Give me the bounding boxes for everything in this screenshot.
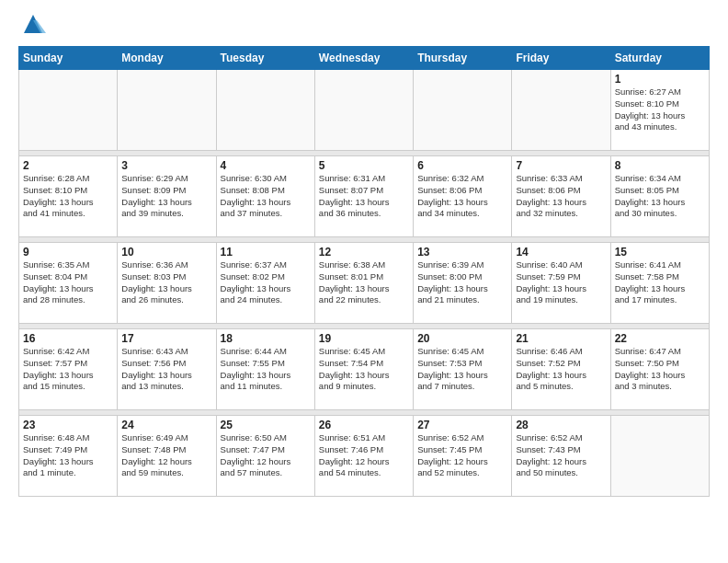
calendar-cell [19, 70, 118, 151]
calendar-cell: 5Sunrise: 6:31 AM Sunset: 8:07 PM Daylig… [314, 156, 413, 237]
calendar-week-row: 9Sunrise: 6:35 AM Sunset: 8:04 PM Daylig… [19, 243, 710, 324]
day-info: Sunrise: 6:31 AM Sunset: 8:07 PM Dayligh… [319, 173, 409, 220]
calendar-cell: 18Sunrise: 6:44 AM Sunset: 7:55 PM Dayli… [216, 329, 314, 410]
day-number: 26 [319, 419, 409, 431]
day-number: 4 [221, 159, 311, 172]
calendar-cell [118, 70, 216, 151]
day-info: Sunrise: 6:36 AM Sunset: 8:03 PM Dayligh… [121, 259, 211, 306]
calendar-cell: 28Sunrise: 6:52 AM Sunset: 7:43 PM Dayli… [512, 416, 610, 497]
day-info: Sunrise: 6:35 AM Sunset: 8:04 PM Dayligh… [23, 259, 113, 306]
calendar-table: SundayMondayTuesdayWednesdayThursdayFrid… [18, 46, 710, 497]
calendar-cell: 14Sunrise: 6:40 AM Sunset: 7:59 PM Dayli… [512, 243, 610, 324]
day-info: Sunrise: 6:33 AM Sunset: 8:06 PM Dayligh… [516, 173, 606, 220]
calendar-week-row: 16Sunrise: 6:42 AM Sunset: 7:57 PM Dayli… [19, 329, 710, 410]
calendar-week-row: 1Sunrise: 6:27 AM Sunset: 8:10 PM Daylig… [19, 70, 710, 151]
calendar-cell: 22Sunrise: 6:47 AM Sunset: 7:50 PM Dayli… [610, 329, 709, 410]
calendar-cell: 13Sunrise: 6:39 AM Sunset: 8:00 PM Dayli… [414, 243, 512, 324]
day-info: Sunrise: 6:30 AM Sunset: 8:08 PM Dayligh… [221, 173, 311, 220]
calendar-header-tuesday: Tuesday [216, 47, 314, 70]
day-number: 11 [221, 246, 311, 259]
day-info: Sunrise: 6:51 AM Sunset: 7:46 PM Dayligh… [319, 432, 409, 479]
calendar-week-row: 23Sunrise: 6:48 AM Sunset: 7:49 PM Dayli… [19, 416, 710, 497]
day-number: 21 [516, 332, 606, 345]
day-info: Sunrise: 6:41 AM Sunset: 7:58 PM Dayligh… [615, 259, 705, 306]
calendar-header-row: SundayMondayTuesdayWednesdayThursdayFrid… [19, 47, 710, 70]
day-info: Sunrise: 6:47 AM Sunset: 7:50 PM Dayligh… [615, 346, 705, 393]
day-info: Sunrise: 6:39 AM Sunset: 8:00 PM Dayligh… [417, 259, 507, 306]
day-number: 22 [615, 332, 705, 345]
calendar-cell: 17Sunrise: 6:43 AM Sunset: 7:56 PM Dayli… [118, 329, 216, 410]
day-info: Sunrise: 6:50 AM Sunset: 7:47 PM Dayligh… [221, 432, 311, 479]
calendar-cell: 23Sunrise: 6:48 AM Sunset: 7:49 PM Dayli… [19, 416, 118, 497]
calendar-cell: 24Sunrise: 6:49 AM Sunset: 7:48 PM Dayli… [118, 416, 216, 497]
day-info: Sunrise: 6:40 AM Sunset: 7:59 PM Dayligh… [516, 259, 606, 306]
page: SundayMondayTuesdayWednesdayThursdayFrid… [0, 0, 728, 506]
day-number: 18 [221, 332, 311, 345]
calendar-header-sunday: Sunday [19, 47, 118, 70]
calendar-cell: 16Sunrise: 6:42 AM Sunset: 7:57 PM Dayli… [19, 329, 118, 410]
calendar-week-row: 2Sunrise: 6:28 AM Sunset: 8:10 PM Daylig… [19, 156, 710, 237]
day-number: 3 [121, 159, 211, 172]
calendar-cell: 6Sunrise: 6:32 AM Sunset: 8:06 PM Daylig… [414, 156, 512, 237]
day-info: Sunrise: 6:42 AM Sunset: 7:57 PM Dayligh… [23, 346, 113, 393]
day-info: Sunrise: 6:43 AM Sunset: 7:56 PM Dayligh… [121, 346, 211, 393]
calendar-cell: 4Sunrise: 6:30 AM Sunset: 8:08 PM Daylig… [216, 156, 314, 237]
calendar-cell: 20Sunrise: 6:45 AM Sunset: 7:53 PM Dayli… [414, 329, 512, 410]
day-info: Sunrise: 6:48 AM Sunset: 7:49 PM Dayligh… [23, 432, 113, 479]
day-number: 27 [417, 419, 507, 431]
day-number: 19 [319, 332, 409, 345]
calendar-cell: 25Sunrise: 6:50 AM Sunset: 7:47 PM Dayli… [216, 416, 314, 497]
day-number: 13 [417, 246, 507, 259]
day-info: Sunrise: 6:45 AM Sunset: 7:54 PM Dayligh… [319, 346, 409, 393]
day-number: 10 [121, 246, 211, 259]
calendar-cell: 7Sunrise: 6:33 AM Sunset: 8:06 PM Daylig… [512, 156, 610, 237]
calendar-cell: 10Sunrise: 6:36 AM Sunset: 8:03 PM Dayli… [118, 243, 216, 324]
day-info: Sunrise: 6:52 AM Sunset: 7:43 PM Dayligh… [516, 432, 606, 479]
day-number: 12 [319, 246, 409, 259]
logo [18, 18, 46, 37]
calendar-cell: 1Sunrise: 6:27 AM Sunset: 8:10 PM Daylig… [610, 70, 709, 151]
day-info: Sunrise: 6:46 AM Sunset: 7:52 PM Dayligh… [516, 346, 606, 393]
calendar-cell: 15Sunrise: 6:41 AM Sunset: 7:58 PM Dayli… [610, 243, 709, 324]
day-number: 2 [23, 159, 113, 172]
day-info: Sunrise: 6:29 AM Sunset: 8:09 PM Dayligh… [121, 173, 211, 220]
calendar-header-monday: Monday [118, 47, 216, 70]
header [18, 15, 710, 37]
calendar-header-thursday: Thursday [414, 47, 512, 70]
calendar-cell [216, 70, 314, 151]
day-info: Sunrise: 6:49 AM Sunset: 7:48 PM Dayligh… [121, 432, 211, 479]
day-number: 20 [417, 332, 507, 345]
day-info: Sunrise: 6:34 AM Sunset: 8:05 PM Dayligh… [615, 173, 705, 220]
calendar-cell: 11Sunrise: 6:37 AM Sunset: 8:02 PM Dayli… [216, 243, 314, 324]
day-number: 24 [121, 419, 211, 431]
calendar-cell: 19Sunrise: 6:45 AM Sunset: 7:54 PM Dayli… [314, 329, 413, 410]
day-number: 23 [23, 419, 113, 431]
calendar-cell [610, 416, 709, 497]
day-info: Sunrise: 6:45 AM Sunset: 7:53 PM Dayligh… [417, 346, 507, 393]
day-info: Sunrise: 6:44 AM Sunset: 7:55 PM Dayligh… [221, 346, 311, 393]
calendar-cell [314, 70, 413, 151]
calendar-cell: 26Sunrise: 6:51 AM Sunset: 7:46 PM Dayli… [314, 416, 413, 497]
day-number: 14 [516, 246, 606, 259]
calendar-cell: 9Sunrise: 6:35 AM Sunset: 8:04 PM Daylig… [19, 243, 118, 324]
day-info: Sunrise: 6:38 AM Sunset: 8:01 PM Dayligh… [319, 259, 409, 306]
day-info: Sunrise: 6:28 AM Sunset: 8:10 PM Dayligh… [23, 173, 113, 220]
calendar-cell: 27Sunrise: 6:52 AM Sunset: 7:45 PM Dayli… [414, 416, 512, 497]
calendar-cell [414, 70, 512, 151]
day-number: 25 [221, 419, 311, 431]
day-number: 16 [23, 332, 113, 345]
day-number: 5 [319, 159, 409, 172]
day-info: Sunrise: 6:27 AM Sunset: 8:10 PM Dayligh… [615, 86, 705, 133]
day-number: 9 [23, 246, 113, 259]
day-number: 8 [615, 159, 705, 172]
calendar-cell: 2Sunrise: 6:28 AM Sunset: 8:10 PM Daylig… [19, 156, 118, 237]
day-number: 17 [121, 332, 211, 345]
calendar-cell [512, 70, 610, 151]
calendar-header-friday: Friday [512, 47, 610, 70]
logo-icon [20, 11, 46, 37]
day-number: 7 [516, 159, 606, 172]
day-number: 1 [615, 73, 705, 86]
calendar-header-wednesday: Wednesday [314, 47, 413, 70]
calendar-cell: 8Sunrise: 6:34 AM Sunset: 8:05 PM Daylig… [610, 156, 709, 237]
day-number: 28 [516, 419, 606, 431]
